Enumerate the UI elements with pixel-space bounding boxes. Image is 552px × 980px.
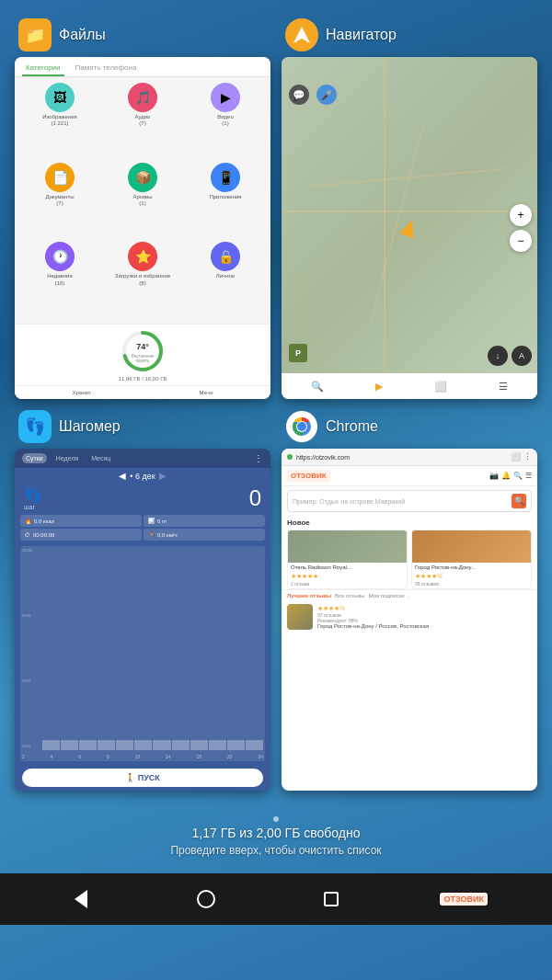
chrome-section-new: Новое: [282, 516, 537, 530]
chrome-header: Chrome: [282, 410, 537, 443]
nav-speed-btn[interactable]: ↓: [488, 346, 508, 366]
nav-menu-icon[interactable]: ☰: [499, 381, 508, 393]
pedometer-card: 👣 Шагомер Сутки Неделя Месяц ⋮ ◀ • 6 дек…: [15, 410, 270, 791]
svg-point-9: [297, 422, 306, 431]
pedometer-icon: 👣: [18, 410, 52, 443]
best-card-title: Город Ростов-на-Дону / Россия, Ростовска…: [317, 623, 532, 629]
pedo-stat-distance: 📊0 m: [144, 515, 265, 527]
brand-logo: ОТЗОВИК: [440, 893, 487, 906]
pedo-stat-time: ⏱00:00:00: [20, 529, 142, 541]
pedo-chart: 12000 8000 4000 2000: [20, 546, 265, 761]
otzovik-icon2: 🔔: [501, 472, 511, 480]
mic-button[interactable]: 🎤: [316, 85, 337, 105]
chrome-icon: [285, 410, 318, 443]
zoom-in-button[interactable]: +: [510, 204, 532, 226]
chrome-tabs-icon[interactable]: ⬜: [511, 452, 521, 462]
files-header: 📁 Файлы: [15, 18, 270, 51]
file-item-audio[interactable]: 🎵 Аудио(7): [103, 83, 182, 159]
nav-search-icon[interactable]: 🔍: [311, 381, 324, 393]
otzovik-logo: ОТЗОВИК: [287, 470, 330, 482]
chrome-card-1[interactable]: Отель Radisson Royal... ★★★★★ 2 отзыва: [287, 530, 408, 589]
app-grid: 📁 Файлы Категории Память телефона 🖼 Изоб…: [0, 0, 552, 800]
pedo-steps-label: шаг: [24, 504, 42, 510]
pedo-tab-week[interactable]: Неделя: [52, 453, 82, 463]
page-dot: [273, 816, 279, 822]
navigator-header: Навигатор: [282, 18, 537, 51]
svg-marker-5: [293, 27, 310, 43]
navigator-title: Навигатор: [326, 27, 397, 43]
files-tab-memory[interactable]: Память телефона: [72, 61, 141, 76]
files-card: 📁 Файлы Категории Память телефона 🖼 Изоб…: [15, 18, 270, 399]
files-tab-categories[interactable]: Категории: [22, 61, 64, 76]
file-item-archives[interactable]: 📦 Архивы(1): [103, 163, 182, 239]
file-item-personal[interactable]: 🔒 Личное: [186, 242, 265, 318]
chrome-card-stars-1: ★★★★★: [288, 572, 407, 581]
navigator-icon: [285, 18, 318, 51]
pedo-tab-day[interactable]: Сутки: [22, 453, 47, 463]
chrome-search-input[interactable]: Пример: Отдых на острове Маврикий: [293, 498, 509, 505]
chrome-card-reviews-2: 98 отзывов: [412, 581, 531, 588]
otzovik-menu[interactable]: ☰: [525, 472, 532, 480]
storage-info: 11,96 ГБ / 16,00 ГБ: [119, 376, 167, 382]
pedo-steps-count: 0: [249, 485, 261, 511]
navigator-card: Навигатор 💬 🎤 + − P ↓ A: [282, 18, 537, 399]
pedo-stat-calories: 🔥0,0 ккал: [20, 515, 142, 527]
files-title: Файлы: [59, 27, 106, 43]
file-item-apps[interactable]: 📱 Приложения: [186, 163, 265, 239]
best-link-subs[interactable]: Мои подписки: [369, 593, 405, 598]
svg-text:память: память: [136, 359, 151, 363]
chat-bubble-btn[interactable]: 💬: [289, 85, 309, 105]
chrome-card-2[interactable]: Город Ростов-на-Дону... ★★★★½ 98 отзывов: [411, 530, 532, 589]
otzovik-icon1: 📷: [489, 472, 499, 480]
pedo-stat-speed: 🏃0,0 км/ч: [144, 529, 265, 541]
pedo-steps-icon: 👣: [24, 486, 42, 504]
best-card-stars: ★★★★½: [317, 605, 532, 612]
nav-bar: ОТЗОВИК: [0, 873, 552, 925]
chrome-menu-icon[interactable]: ⋮: [523, 452, 532, 462]
home-button[interactable]: [190, 883, 223, 916]
file-item-video[interactable]: ▶ Видео(1): [186, 83, 265, 159]
pedo-date-label: • 6 дек: [130, 472, 155, 481]
pedometer-title: Шагомер: [59, 418, 121, 435]
best-section-label: Лучшие отзывы: [287, 593, 331, 598]
chrome-card-title-1: Отель Radisson Royal...: [288, 563, 407, 572]
files-preview[interactable]: Категории Память телефона 🖼 Изображения(…: [15, 57, 270, 399]
pedometer-header: 👣 Шагомер: [15, 410, 270, 443]
recents-button[interactable]: [315, 883, 348, 916]
url-text: https://otzovik.com: [296, 454, 507, 461]
chrome-card-reviews-1: 2 отзыва: [288, 581, 407, 588]
svg-text:74°: 74°: [136, 342, 149, 351]
file-item-recent[interactable]: 🕐 Недавние(16): [20, 242, 99, 318]
chrome-card-title-2: Город Ростов-на-Дону...: [412, 563, 531, 572]
nav-route-icon[interactable]: ▶: [375, 381, 383, 393]
pedo-start-button[interactable]: 🚶 ПУСК: [22, 769, 263, 787]
files-footer-btn1[interactable]: Хранит.: [73, 390, 92, 395]
files-footer-btn2[interactable]: Ме-ю: [200, 390, 213, 395]
ssl-indicator: [287, 454, 293, 460]
chrome-card-stars-2: ★★★★½: [412, 572, 531, 581]
bottom-info: 1,17 ГБ из 2,00 ГБ свободно Проведите вв…: [0, 800, 552, 873]
nav-compass-btn[interactable]: A: [512, 346, 532, 366]
memory-info: 1,17 ГБ из 2,00 ГБ свободно: [192, 826, 361, 840]
best-link-all[interactable]: Все отзывы: [335, 593, 365, 598]
pedo-tab-month[interactable]: Месяц: [87, 453, 114, 463]
otzovik-icon3: 🔍: [513, 472, 523, 480]
navigator-preview[interactable]: 💬 🎤 + − P ↓ A 🔍 ▶ ⬜ ☰: [282, 57, 537, 399]
chrome-search-button[interactable]: 🔍: [512, 494, 526, 508]
brand-watermark: ОТЗОВИК: [440, 893, 487, 906]
zoom-out-button[interactable]: −: [510, 230, 532, 252]
back-button[interactable]: [64, 883, 98, 916]
file-item-images[interactable]: 🖼 Изображения(1 221): [20, 83, 99, 159]
chrome-preview[interactable]: https://otzovik.com ⬜ ⋮ ОТЗОВИК 📷 🔔 🔍 ☰ …: [282, 449, 537, 791]
best-card-icon: [287, 604, 313, 630]
pedometer-preview[interactable]: Сутки Неделя Месяц ⋮ ◀ • 6 дек ▶ 👣 шаг 0…: [15, 449, 270, 791]
nav-bookmark-icon[interactable]: ⬜: [434, 381, 447, 393]
chrome-card: Chrome https://otzovik.com ⬜ ⋮ ОТЗОВИК 📷…: [282, 410, 537, 791]
swipe-hint: Проведите вверх, чтобы очистить список: [170, 844, 381, 857]
files-icon: 📁: [18, 18, 52, 51]
park-label: P: [289, 344, 307, 362]
file-item-downloads[interactable]: ⭐ Загрузки и избранное(8): [103, 242, 182, 318]
chrome-title: Chrome: [326, 418, 378, 435]
file-item-docs[interactable]: 📄 Документы(7): [20, 163, 99, 239]
